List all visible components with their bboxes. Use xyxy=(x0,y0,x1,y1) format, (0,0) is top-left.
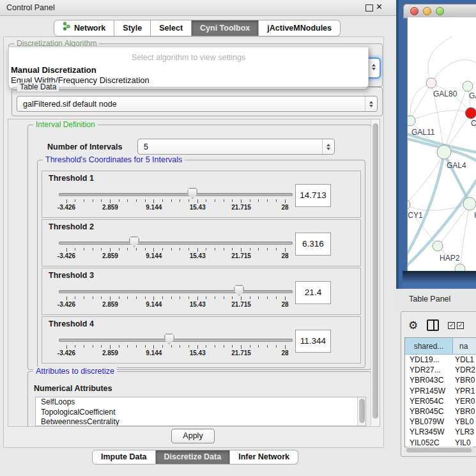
threshold-value-field[interactable]: 14.713 xyxy=(295,184,331,207)
close-icon[interactable] xyxy=(376,2,383,12)
slider-tick xyxy=(241,199,242,203)
numerical-attributes-list[interactable]: SelfLoopsTopologicalCoefficientBetweenne… xyxy=(35,397,366,426)
column-header-shared-name[interactable]: shared... xyxy=(405,338,453,354)
number-of-intervals-combobox[interactable]: 5 xyxy=(137,139,335,155)
network-edge xyxy=(431,60,476,83)
slider-tick xyxy=(153,248,154,252)
table-data-combobox[interactable]: galFiltered.sif default node xyxy=(17,96,378,112)
tab-network[interactable]: Network xyxy=(54,20,114,36)
tab-jactivemnodules[interactable]: jActiveMNodules xyxy=(259,20,341,36)
slider-tick-label: 15.43 xyxy=(183,301,211,308)
threshold-slider-track[interactable] xyxy=(59,290,293,293)
desktop-edge xyxy=(396,0,399,289)
network-node-hap2[interactable] xyxy=(433,241,443,251)
attributes-scrollbar[interactable] xyxy=(357,397,365,426)
node-label: HAP2 xyxy=(440,254,460,263)
cell-name: YDR2 xyxy=(452,365,476,375)
threshold-slider-track[interactable] xyxy=(59,193,293,196)
slider-tick xyxy=(66,296,67,300)
table-row[interactable]: YER054CYER0 xyxy=(405,396,476,406)
table-horizontal-scrollbar[interactable] xyxy=(405,447,475,453)
float-window-icon[interactable] xyxy=(365,4,373,12)
slider-tick xyxy=(136,296,137,299)
slider-tick xyxy=(197,345,198,349)
network-node-gal80[interactable] xyxy=(426,78,436,88)
threshold-slider-thumb[interactable] xyxy=(129,236,139,247)
network-node[interactable] xyxy=(455,264,465,271)
cell-shared-name: YBR043C xyxy=(405,375,452,385)
threshold-slider-thumb[interactable] xyxy=(187,188,197,199)
table-row[interactable]: YBL079WYBL0 xyxy=(405,417,476,427)
tab-label: Network xyxy=(74,20,105,36)
slider-tick xyxy=(136,199,137,202)
slider-tick xyxy=(224,199,224,202)
tab-style[interactable]: Style xyxy=(114,20,151,36)
attribute-item-betweennesscentrality[interactable]: BetweennessCentrality xyxy=(36,417,365,426)
threshold-value-field[interactable]: 11.344 xyxy=(295,330,331,353)
checked-checkbox-icon[interactable] xyxy=(448,322,455,329)
attribute-item-selfloops[interactable]: SelfLoops xyxy=(36,397,365,408)
network-node-c[interactable] xyxy=(466,108,476,119)
table-row[interactable]: YBR043CYBR0 xyxy=(405,375,476,385)
slider-tick xyxy=(75,296,75,299)
table-row[interactable]: YIL052CYIL0 xyxy=(405,438,476,448)
slider-tick-label: -3.426 xyxy=(52,252,81,259)
table-row[interactable]: YDL19...YDL1 xyxy=(405,355,476,365)
table-row[interactable]: YBR045CYBR0 xyxy=(405,406,476,417)
slider-tick xyxy=(206,199,206,202)
slider-tick xyxy=(285,248,286,252)
close-traffic-light-icon[interactable] xyxy=(410,7,418,15)
slider-tick xyxy=(162,199,163,202)
attribute-item-topologicalcoefficient[interactable]: TopologicalCoefficient xyxy=(36,408,365,418)
table-row[interactable]: YDR27...YDR2 xyxy=(405,365,476,375)
table-scrollbar-thumb[interactable] xyxy=(406,448,472,452)
column-visibility-icons[interactable] xyxy=(448,322,464,329)
checked-checkbox-icon[interactable] xyxy=(457,322,464,329)
settings-scrollbar-thumb[interactable] xyxy=(372,123,378,418)
slider-tick-label: 15.43 xyxy=(183,252,211,259)
tab-cyni-toolbox[interactable]: Cyni Toolbox xyxy=(192,20,259,36)
apply-button[interactable]: Apply xyxy=(171,429,215,443)
algorithm-option-manual-discretization[interactable]: Manual Discretization xyxy=(11,65,96,75)
threshold-value-field[interactable]: 6.316 xyxy=(295,233,331,256)
table-row[interactable]: YPR145WYPR1 xyxy=(405,386,476,396)
tab-impute-data[interactable]: Impute Data xyxy=(92,450,156,464)
threshold-slider-thumb[interactable] xyxy=(234,285,244,296)
threshold-value-field[interactable]: 21.4 xyxy=(295,281,331,304)
slider-tick xyxy=(110,199,111,203)
slider-tick-label: 2.859 xyxy=(96,349,124,357)
table-row[interactable]: YLR345WYLR3 xyxy=(405,427,476,437)
combo-arrows-icon xyxy=(367,59,380,75)
network-node-gal11[interactable] xyxy=(408,116,415,126)
zoom-traffic-light-icon[interactable] xyxy=(436,7,444,15)
network-node-gcy1[interactable] xyxy=(408,199,410,210)
node-attribute-table[interactable]: shared... na YDL19...YDL1YDR27...YDR2YBR… xyxy=(404,337,476,447)
threshold-slider-track[interactable] xyxy=(59,339,293,342)
tab-select[interactable]: Select xyxy=(151,20,192,36)
tab-infer-network[interactable]: Infer Network xyxy=(230,450,298,464)
gear-icon[interactable] xyxy=(408,319,418,332)
slider-tick xyxy=(66,345,67,349)
slider-tick xyxy=(84,199,84,202)
slider-tick xyxy=(84,345,84,348)
column-header-name[interactable]: na xyxy=(453,338,476,354)
settings-scrollbar[interactable] xyxy=(371,119,380,426)
tab-discretize-data[interactable]: Discretize Data xyxy=(156,450,231,464)
slider-tick xyxy=(180,199,180,202)
node-label: C xyxy=(471,119,476,128)
slider-tick xyxy=(276,296,277,299)
minimize-traffic-light-icon[interactable] xyxy=(423,7,431,15)
network-node-ga[interactable] xyxy=(463,81,473,91)
network-view-canvas[interactable]: GAL80GACGAL11GAL4GCY1HHAP2 xyxy=(407,17,476,271)
split-columns-icon[interactable] xyxy=(427,319,439,331)
threshold-slider-track[interactable] xyxy=(59,242,293,245)
network-window-titlebar[interactable] xyxy=(403,4,476,19)
attributes-scrollbar-thumb[interactable] xyxy=(359,399,365,423)
network-node-gal4[interactable] xyxy=(437,145,451,159)
threshold-slider-thumb[interactable] xyxy=(164,334,174,344)
network-node-h[interactable] xyxy=(463,197,476,210)
bottom-tab-bar: Impute DataDiscretize DataInfer Network xyxy=(92,450,298,464)
slider-tick xyxy=(232,296,233,299)
cell-name: YBL0 xyxy=(452,417,476,427)
slider-tick xyxy=(267,345,268,348)
